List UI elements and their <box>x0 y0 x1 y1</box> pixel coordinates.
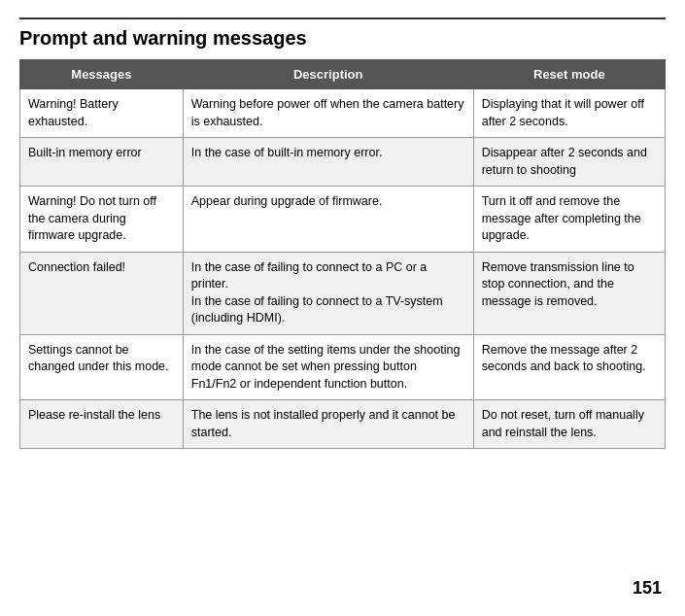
cell-description: The lens is not installed properly and i… <box>183 400 473 449</box>
cell-reset-mode: Disappear after 2 seconds and return to … <box>473 138 665 187</box>
prompt-warning-table: Messages Description Reset mode Warning!… <box>19 59 666 449</box>
cell-message: Warning! Do not turn off the camera duri… <box>20 187 184 253</box>
cell-description: Warning before power off when the camera… <box>183 89 473 138</box>
table-row: Please re-install the lensThe lens is no… <box>20 400 666 449</box>
cell-message: Built-in memory error <box>20 138 184 187</box>
table-row: Settings cannot be changed under this mo… <box>20 334 666 400</box>
col-header-messages: Messages <box>20 60 184 89</box>
table-header-row: Messages Description Reset mode <box>20 60 666 89</box>
table-row: Warning! Battery exhausted.Warning befor… <box>20 89 666 138</box>
page-title: Prompt and warning messages <box>19 27 666 50</box>
cell-reset-mode: Turn it off and remove the message after… <box>473 187 665 253</box>
cell-message: Please re-install the lens <box>20 400 184 449</box>
cell-reset-mode: Do not reset, turn off manually and rein… <box>473 400 665 449</box>
cell-reset-mode: Displaying that it will power off after … <box>473 89 665 138</box>
cell-description: In the case of failing to connect to a P… <box>183 252 473 334</box>
cell-description: In the case of built-in memory error. <box>183 138 473 187</box>
cell-description: In the case of the setting items under t… <box>183 334 473 400</box>
col-header-reset-mode: Reset mode <box>473 60 665 89</box>
cell-reset-mode: Remove transmission line to stop connect… <box>473 252 665 334</box>
top-border <box>19 17 666 19</box>
cell-message: Settings cannot be changed under this mo… <box>20 334 184 400</box>
cell-message: Warning! Battery exhausted. <box>20 89 184 138</box>
table-row: Warning! Do not turn off the camera duri… <box>20 187 666 253</box>
col-header-description: Description <box>183 60 473 89</box>
cell-message: Connection failed! <box>20 252 184 334</box>
table-row: Connection failed!In the case of failing… <box>20 252 666 334</box>
cell-reset-mode: Remove the message after 2 seconds and b… <box>473 334 665 400</box>
table-row: Built-in memory errorIn the case of buil… <box>20 138 666 187</box>
cell-description: Appear during upgrade of firmware. <box>183 187 473 253</box>
page-number: 151 <box>633 578 662 599</box>
